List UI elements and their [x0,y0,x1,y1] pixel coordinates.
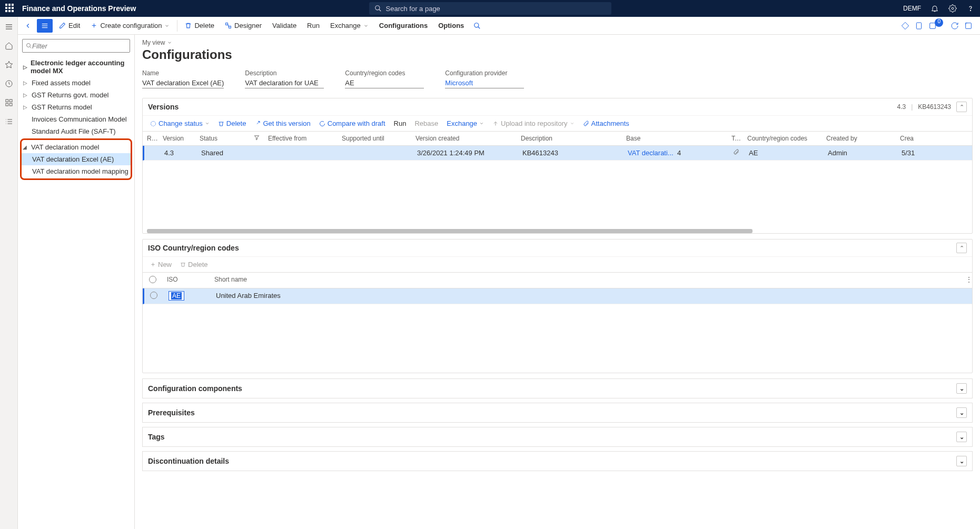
iso-code-input[interactable]: AE [169,291,184,301]
help-icon[interactable] [966,4,975,13]
configurations-tab[interactable]: Configurations [375,19,432,32]
row-radio[interactable] [150,292,157,299]
run-button[interactable]: Run [303,19,324,32]
svg-rect-32 [966,23,972,28]
col-created[interactable]: Version created [411,132,517,145]
exchange-button[interactable]: Exchange [326,19,373,32]
svg-line-28 [478,26,480,28]
back-button[interactable] [21,20,35,32]
field-label: Country/region codes [345,69,424,77]
tree-item-vat-excel-ae[interactable]: VAT declaration Excel (AE) [22,153,131,165]
hamburger-icon[interactable] [4,22,14,32]
horizontal-scrollbar[interactable] [147,229,753,233]
tree-item[interactable]: ▷Fixed assets model [22,77,130,89]
attachments-button[interactable]: Attachments [580,118,632,129]
svg-point-35 [151,121,156,126]
version-run-button[interactable]: Run [391,118,410,129]
workspaces-icon[interactable] [4,117,14,126]
col-version[interactable]: Version [159,132,195,145]
col-eff[interactable]: Effective from [264,132,338,145]
expand-button[interactable]: ⌄ [956,383,967,394]
designer-button[interactable]: Designer [221,19,266,32]
col-status[interactable]: Status [195,132,264,145]
provider-field[interactable]: Microsoft [445,78,524,88]
iso-row[interactable]: AE United Arab Emirates [143,288,972,304]
actionbar-search-button[interactable] [470,20,484,32]
col-region[interactable]: Country/region codes [743,132,822,145]
tree-item[interactable]: ▷GST Returns model [22,101,130,113]
tree-filter[interactable] [22,39,130,53]
compare-button[interactable]: Compare with draft [316,118,389,129]
modules-icon[interactable] [4,98,14,107]
tree-item[interactable]: Invoices Communication Model [22,113,130,125]
tree-item[interactable]: ▷GST Returns govt. model [22,89,130,101]
notification-button[interactable]: 0 [928,22,945,30]
tree-item[interactable]: Standard Audit File (SAF-T) [22,125,130,137]
company-code[interactable]: DEMF [903,5,921,12]
version-exchange-button[interactable]: Exchange [443,118,487,129]
description-field[interactable]: VAT declaration for UAE [245,78,324,88]
validate-button[interactable]: Validate [268,19,301,32]
version-delete-button[interactable]: Delete [215,118,250,129]
name-field[interactable]: VAT declaration Excel (AE) [142,78,224,88]
view-selector[interactable]: My view [142,39,973,46]
col-iso[interactable]: ISO [163,273,210,288]
svg-point-3 [970,10,971,11]
refresh-icon[interactable] [951,22,959,30]
iso-new-button: New [147,259,175,270]
expand-button[interactable]: ⌄ [956,456,967,466]
tags-section[interactable]: Tags⌄ [142,427,973,447]
save-button[interactable] [37,19,53,33]
region-field[interactable]: AE [345,78,424,88]
svg-rect-10 [9,99,12,102]
col-supp[interactable]: Supported until [338,132,411,145]
svg-rect-30 [917,23,922,29]
home-icon[interactable] [4,41,14,51]
recent-icon[interactable] [4,79,14,88]
delete-button[interactable]: Delete [181,19,219,32]
field-label: Description [245,69,324,77]
attachment-icon[interactable] [915,22,923,30]
more-icon[interactable]: ⋮ [962,273,972,288]
col-short[interactable]: Short name [210,273,962,288]
search-icon [374,5,382,12]
bell-icon[interactable] [930,4,939,13]
components-section[interactable]: Configuration components⌄ [142,378,973,398]
options-tab[interactable]: Options [434,19,468,32]
create-configuration-button[interactable]: Create configuration [86,19,174,32]
tree-item[interactable]: ▷Electronic ledger accounting model MX [22,57,130,77]
paperclip-icon[interactable] [733,149,739,155]
col-re[interactable]: Re... [143,132,159,145]
prerequisites-section[interactable]: Prerequisites⌄ [142,403,973,423]
edit-button[interactable]: Edit [55,19,84,32]
col-base[interactable]: Base [622,132,727,145]
action-pane: Edit Create configuration Delete Designe… [18,17,980,35]
version-row[interactable]: 4.3 Shared 3/26/2021 1:24:49 PM KB461324… [143,146,972,161]
diamond-icon[interactable] [901,22,909,30]
change-status-button[interactable]: Change status [147,118,213,129]
discontinuation-section[interactable]: Discontinuation details⌄ [142,451,973,471]
col-desc[interactable]: Description [517,132,622,145]
col-by[interactable]: Created by [822,132,896,145]
section-title: Versions [148,103,179,111]
global-search[interactable]: Search for a page [369,2,611,15]
gear-icon[interactable] [948,4,957,13]
versions-grid: Re... Version Status Effective from Supp… [143,131,972,233]
tree-item-vat-mapping[interactable]: VAT declaration model mapping [22,165,131,177]
expand-button[interactable]: ⌄ [956,407,967,418]
tree-item-vat-model[interactable]: ◢VAT declaration model [22,141,131,153]
col-te[interactable]: Te... [727,132,743,145]
app-launcher-icon[interactable] [5,4,15,13]
popout-icon[interactable] [964,22,973,30]
select-all-radio[interactable] [149,276,156,283]
filter-icon[interactable] [254,135,260,141]
col-createdon[interactable]: Crea [896,132,922,145]
get-version-button[interactable]: Get this version [251,118,313,129]
collapse-button[interactable]: ⌃ [956,243,967,253]
collapse-button[interactable]: ⌃ [956,102,967,112]
chevron-down-icon [167,40,172,45]
expand-button[interactable]: ⌄ [956,432,967,442]
tree-filter-input[interactable] [32,42,126,50]
star-icon[interactable] [4,60,14,69]
svg-line-34 [30,47,32,48]
